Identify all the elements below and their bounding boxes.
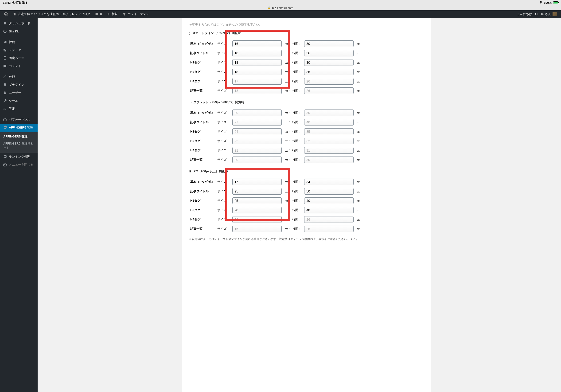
size-input[interactable] — [232, 188, 282, 195]
wp-logo[interactable] — [2, 10, 10, 18]
row-label: H2タグ — [189, 58, 216, 67]
line-input[interactable] — [304, 226, 354, 232]
adminbar-comments[interactable]: 0 — [93, 10, 104, 18]
menu-plugins[interactable]: プラグイン — [0, 81, 38, 89]
size-input[interactable] — [232, 216, 282, 223]
menu-pages[interactable]: 固定ページ — [0, 54, 38, 62]
line-label: 行間： — [291, 225, 303, 233]
px-unit: px / — [283, 225, 291, 233]
url-text: biz-zaitaku.com — [272, 6, 293, 10]
menu-tools[interactable]: ツール — [0, 97, 38, 105]
px-unit: px / — [283, 146, 291, 155]
menu-ranking[interactable]: ランキング管理 — [0, 153, 38, 161]
footnote: ※設定値によってはレイアウトやデザインが崩れる場合がございます。設定後はキャッシ… — [189, 237, 424, 241]
size-input[interactable] — [232, 197, 282, 204]
px-unit: px / — [283, 215, 291, 224]
line-input[interactable] — [304, 207, 354, 213]
size-input[interactable] — [232, 69, 282, 75]
wrench-icon — [3, 99, 7, 103]
line-label: 行間： — [291, 196, 303, 205]
avatar — [552, 12, 557, 16]
menu-performance[interactable]: パフォーマンス — [0, 116, 38, 124]
size-row: H3タグサイズ：px /行間：px — [189, 206, 361, 214]
size-label: サイズ： — [216, 196, 231, 205]
line-input[interactable] — [304, 147, 354, 154]
adminbar-user[interactable]: こんにちは、UDOU さん — [515, 12, 559, 16]
comment-icon — [3, 64, 7, 68]
size-input[interactable] — [232, 109, 282, 116]
line-input[interactable] — [304, 119, 354, 126]
line-input[interactable] — [304, 78, 354, 85]
size-input[interactable] — [232, 59, 282, 66]
line-input[interactable] — [304, 40, 354, 47]
size-input[interactable] — [232, 40, 282, 47]
menu-collapse[interactable]: メニューを閉じる — [0, 161, 38, 169]
smartphone-icon: ▯ — [189, 32, 191, 35]
line-label: 行間： — [291, 215, 303, 224]
line-input[interactable] — [304, 216, 354, 223]
submenu-affinger: AFFINGER5 管理 AFFINGER5 管理リセット — [0, 132, 38, 153]
submenu-affinger-main[interactable]: AFFINGER5 管理 — [0, 133, 38, 140]
size-label: サイズ： — [216, 146, 231, 155]
size-label: サイズ： — [216, 68, 231, 76]
menu-media[interactable]: メディア — [0, 46, 38, 54]
size-input[interactable] — [232, 156, 282, 163]
size-label: サイズ： — [216, 206, 231, 214]
wp-admin-bar: 在宅で稼ぐ！"ブログを検証"リアルチャレンジブログ 0 新規 パフォーマンス こ… — [0, 10, 561, 18]
line-input[interactable] — [304, 128, 354, 135]
size-input[interactable] — [232, 119, 282, 126]
section-title: タブレット（959px〜600px）閲覧時 — [193, 100, 244, 104]
px-unit: px — [355, 196, 361, 205]
menu-sitekit[interactable]: Site Kit — [0, 27, 38, 35]
menu-label: ダッシュボード — [9, 21, 30, 25]
size-input[interactable] — [232, 78, 282, 85]
size-input[interactable] — [232, 147, 282, 154]
menu-settings[interactable]: 設定 — [0, 105, 38, 113]
menu-label: 設定 — [9, 107, 15, 111]
line-input[interactable] — [304, 59, 354, 66]
line-input[interactable] — [304, 138, 354, 144]
menu-users[interactable]: ユーザー — [0, 89, 38, 97]
adminbar-new[interactable]: 新規 — [104, 10, 120, 18]
menu-posts[interactable]: 投稿 — [0, 38, 38, 46]
size-input[interactable] — [232, 226, 282, 232]
status-time: 18:43 — [3, 1, 11, 4]
size-input[interactable] — [232, 50, 282, 56]
menu-dashboard[interactable]: ダッシュボード — [0, 19, 38, 27]
site-home[interactable]: 在宅で稼ぐ！"ブログを検証"リアルチャレンジブログ — [10, 10, 93, 18]
menu-appearance[interactable]: 外観 — [0, 73, 38, 81]
line-input[interactable] — [304, 87, 354, 94]
line-input[interactable] — [304, 188, 354, 195]
size-input[interactable] — [232, 179, 282, 185]
brush-icon — [3, 75, 7, 79]
size-label: サイズ： — [216, 40, 231, 48]
line-input[interactable] — [304, 179, 354, 185]
line-input[interactable] — [304, 197, 354, 204]
menu-affinger5[interactable]: AFFINGER5 管理 — [0, 124, 38, 132]
google-icon — [3, 29, 7, 33]
greeting: こんにちは、UDOU さん — [517, 12, 551, 16]
size-input[interactable] — [232, 128, 282, 135]
line-input[interactable] — [304, 50, 354, 56]
size-label: サイズ： — [216, 49, 231, 57]
submenu-affinger-reset[interactable]: AFFINGER5 管理リセット — [0, 140, 38, 151]
admin-sidebar: ダッシュボード Site Kit 投稿 メディア 固定ページ コメント 外観 — [0, 18, 38, 392]
size-row: H2タグサイズ：px /行間：px — [189, 127, 361, 136]
tablet-icon: ▭ — [189, 101, 192, 104]
px-unit: px / — [283, 118, 291, 126]
row-label: H3タグ — [189, 68, 216, 76]
menu-label: 固定ページ — [9, 56, 24, 60]
size-input[interactable] — [232, 138, 282, 144]
line-label: 行間： — [291, 206, 303, 214]
row-label: H4タグ — [189, 215, 216, 224]
line-input[interactable] — [304, 109, 354, 116]
px-unit: px — [355, 146, 361, 155]
line-input[interactable] — [304, 69, 354, 75]
px-unit: px — [355, 49, 361, 57]
menu-comments[interactable]: コメント — [0, 62, 38, 70]
line-input[interactable] — [304, 156, 354, 163]
size-input[interactable] — [232, 87, 282, 94]
url-bar[interactable]: 🔒 biz-zaitaku.com — [0, 5, 561, 10]
adminbar-performance[interactable]: パフォーマンス — [120, 10, 151, 18]
size-input[interactable] — [232, 207, 282, 213]
